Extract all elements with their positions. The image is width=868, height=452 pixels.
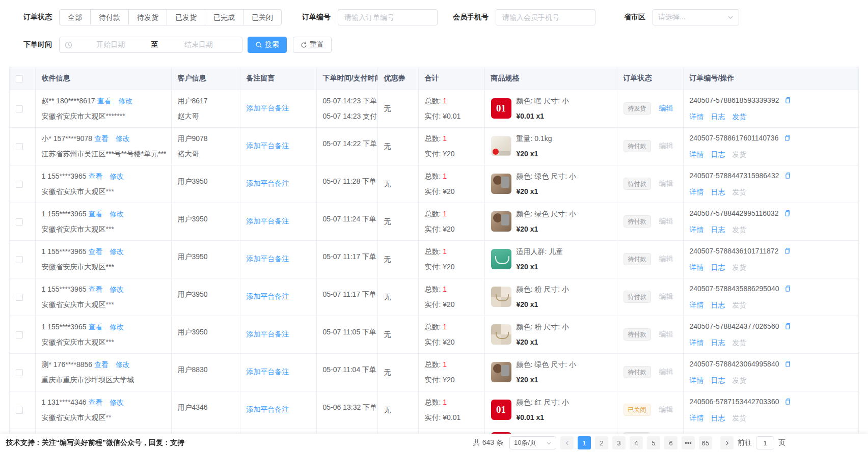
next-page-button[interactable]	[720, 436, 734, 449]
edit-link[interactable]: 编辑	[659, 330, 673, 338]
page-button[interactable]: 1	[578, 436, 591, 449]
detail-link[interactable]: 详情	[690, 301, 704, 309]
modify-link[interactable]: 修改	[110, 172, 124, 180]
modify-link[interactable]: 修改	[110, 398, 124, 406]
add-platform-note-link[interactable]: 添加平台备注	[247, 255, 289, 263]
row-checkbox[interactable]	[16, 105, 23, 112]
copy-icon[interactable]	[784, 286, 791, 294]
detail-link[interactable]: 详情	[690, 338, 704, 347]
detail-link[interactable]: 详情	[690, 112, 704, 121]
view-link[interactable]: 查看	[97, 97, 111, 105]
add-platform-note-link[interactable]: 添加平台备注	[247, 330, 289, 338]
add-platform-note-link[interactable]: 添加平台备注	[247, 405, 289, 413]
page-button[interactable]: 2	[595, 436, 608, 449]
log-link[interactable]: 日志	[711, 301, 725, 309]
log-link[interactable]: 日志	[711, 414, 725, 422]
goto-page-input[interactable]	[756, 436, 774, 449]
view-link[interactable]: 查看	[88, 285, 102, 293]
modify-link[interactable]: 修改	[116, 134, 130, 143]
detail-link[interactable]: 详情	[690, 263, 704, 271]
copy-icon[interactable]	[784, 361, 791, 369]
log-link[interactable]: 日志	[711, 188, 725, 196]
edit-link[interactable]: 编辑	[659, 104, 673, 112]
row-checkbox[interactable]	[16, 407, 23, 414]
status-tab-pending-payment[interactable]: 待付款	[90, 9, 129, 25]
row-checkbox[interactable]	[16, 294, 23, 301]
edit-link[interactable]: 编辑	[659, 255, 673, 263]
row-checkbox[interactable]	[16, 218, 23, 225]
page-button[interactable]: 3	[612, 436, 626, 449]
detail-link[interactable]: 详情	[690, 376, 704, 384]
log-link[interactable]: 日志	[711, 225, 725, 234]
log-link[interactable]: 日志	[711, 112, 725, 121]
date-start-input[interactable]: 开始日期	[72, 40, 149, 49]
date-range-picker[interactable]: 开始日期 至 结束日期	[59, 37, 242, 53]
edit-link[interactable]: 编辑	[659, 292, 673, 300]
row-checkbox[interactable]	[16, 369, 23, 376]
ship-link[interactable]: 发货	[732, 112, 746, 121]
date-end-input[interactable]: 结束日期	[160, 40, 237, 49]
row-checkbox[interactable]	[16, 181, 23, 188]
view-link[interactable]: 查看	[88, 210, 102, 218]
view-link[interactable]: 查看	[94, 360, 108, 369]
page-button[interactable]: 4	[630, 436, 643, 449]
ship-link[interactable]: 发货	[732, 225, 746, 234]
view-link[interactable]: 查看	[88, 398, 102, 406]
page-button[interactable]: 5	[647, 436, 660, 449]
prev-page-button[interactable]	[560, 436, 574, 449]
ship-link[interactable]: 发货	[732, 338, 746, 347]
detail-link[interactable]: 详情	[690, 225, 704, 234]
detail-link[interactable]: 详情	[690, 414, 704, 422]
page-size-select[interactable]: 10条/页	[509, 436, 556, 449]
status-tab-completed[interactable]: 已完成	[205, 9, 243, 25]
search-button[interactable]: 搜索	[248, 37, 287, 53]
phone-input[interactable]	[496, 9, 595, 25]
detail-link[interactable]: 详情	[690, 150, 704, 158]
order-no-input[interactable]	[338, 9, 438, 25]
edit-link[interactable]: 编辑	[659, 368, 673, 376]
modify-link[interactable]: 修改	[110, 210, 124, 218]
ship-link[interactable]: 发货	[732, 150, 746, 158]
copy-icon[interactable]	[784, 323, 791, 331]
ship-link[interactable]: 发货	[732, 301, 746, 309]
copy-icon[interactable]	[783, 210, 791, 218]
ship-link[interactable]: 发货	[732, 263, 746, 271]
ship-link[interactable]: 发货	[732, 376, 746, 384]
status-tab-shipped[interactable]: 已发货	[167, 9, 205, 25]
modify-link[interactable]: 修改	[110, 247, 124, 256]
add-platform-note-link[interactable]: 添加平台备注	[247, 292, 289, 300]
detail-link[interactable]: 详情	[690, 188, 704, 196]
ship-link[interactable]: 发货	[732, 188, 746, 196]
reset-button[interactable]: 重置	[293, 37, 332, 53]
status-tab-all[interactable]: 全部	[59, 9, 91, 25]
log-link[interactable]: 日志	[711, 376, 725, 384]
edit-link[interactable]: 编辑	[659, 179, 673, 187]
view-link[interactable]: 查看	[88, 323, 102, 331]
view-link[interactable]: 查看	[88, 247, 102, 256]
copy-icon[interactable]	[783, 248, 791, 256]
add-platform-note-link[interactable]: 添加平台备注	[247, 104, 289, 112]
row-checkbox[interactable]	[16, 143, 23, 150]
edit-link[interactable]: 编辑	[659, 217, 673, 225]
modify-link[interactable]: 修改	[118, 97, 132, 105]
modify-link[interactable]: 修改	[110, 285, 124, 293]
page-button[interactable]: 65	[699, 436, 712, 449]
copy-icon[interactable]	[783, 135, 791, 143]
add-platform-note-link[interactable]: 添加平台备注	[247, 179, 289, 187]
modify-link[interactable]: 修改	[110, 323, 124, 331]
log-link[interactable]: 日志	[711, 263, 725, 271]
log-link[interactable]: 日志	[711, 338, 725, 347]
row-checkbox[interactable]	[16, 256, 23, 263]
select-all-checkbox[interactable]	[16, 75, 23, 82]
add-platform-note-link[interactable]: 添加平台备注	[247, 368, 289, 376]
edit-link[interactable]: 编辑	[659, 142, 673, 150]
log-link[interactable]: 日志	[711, 150, 725, 158]
add-platform-note-link[interactable]: 添加平台备注	[247, 142, 289, 150]
ship-link[interactable]: 发货	[732, 414, 746, 422]
row-checkbox[interactable]	[16, 331, 23, 338]
modify-link[interactable]: 修改	[116, 360, 130, 369]
view-link[interactable]: 查看	[94, 134, 108, 143]
view-link[interactable]: 查看	[88, 172, 102, 180]
edit-link[interactable]: 编辑	[659, 405, 673, 413]
status-tab-pending-shipment[interactable]: 待发货	[128, 9, 167, 25]
